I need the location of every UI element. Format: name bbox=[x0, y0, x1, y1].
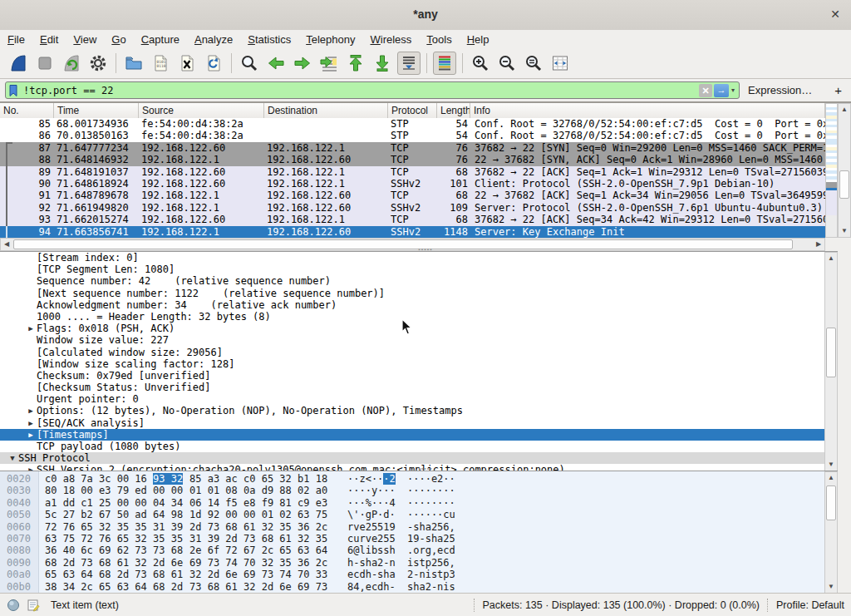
find-packet-button[interactable] bbox=[238, 52, 261, 75]
hex-bytes-group2[interactable]: 2d 73 68 61 32 35 36 2c bbox=[189, 521, 327, 533]
detail-row[interactable]: [Checksum Status: Unverified] bbox=[0, 382, 838, 393]
column-header-no[interactable]: No. bbox=[0, 103, 54, 118]
hex-row[interactable]: 00505c 27 b2 67 50 ad 64 981d 92 00 00 0… bbox=[0, 509, 838, 520]
hex-selected-bytes[interactable]: 93 32 bbox=[153, 473, 183, 485]
menu-wireless[interactable]: Wireless bbox=[363, 32, 420, 47]
packet-list-header[interactable]: No.TimeSourceDestinationProtocolLengthIn… bbox=[0, 103, 825, 119]
packet-row[interactable]: 8971.648191037192.168.122.60192.168.122.… bbox=[0, 166, 825, 178]
detail-row[interactable]: [TCP Segment Len: 1080] bbox=[0, 264, 838, 275]
detail-row[interactable]: ▶[Timestamps] bbox=[0, 429, 838, 441]
colorize-button[interactable] bbox=[433, 52, 456, 75]
zoom-original-button[interactable] bbox=[522, 52, 545, 75]
hex-bytes-group2[interactable]: 06 14 f5 e8 f9 81 c9 e3 bbox=[189, 497, 327, 509]
hex-ascii-group1[interactable]: ····y··· bbox=[347, 485, 396, 496]
status-profile[interactable]: Profile: Default bbox=[776, 599, 844, 611]
detail-row[interactable]: Checksum: 0x79ed [unverified] bbox=[0, 370, 838, 382]
menu-tools[interactable]: Tools bbox=[419, 32, 459, 47]
detail-row[interactable]: 1000 .... = Header Length: 32 bytes (8) bbox=[0, 311, 838, 323]
hex-ascii-group2[interactable]: ····e2·· bbox=[407, 473, 455, 485]
detail-row[interactable]: ▶[SEQ/ACK analysis] bbox=[0, 417, 838, 429]
display-filter-input[interactable]: !tcp.port == 22 ✕ → ▾ bbox=[5, 81, 740, 99]
hex-row[interactable]: 006072 76 65 32 35 35 31 392d 73 68 61 3… bbox=[0, 521, 838, 533]
packet-row[interactable]: 9471.663856741192.168.122.1192.168.122.6… bbox=[0, 226, 825, 238]
detail-row[interactable]: ▶Options: (12 bytes), No-Operation (NOP)… bbox=[0, 405, 838, 416]
column-header-destination[interactable]: Destination bbox=[264, 103, 388, 118]
hex-ascii-group1[interactable]: h-sha2-n bbox=[347, 557, 396, 569]
go-back-button[interactable] bbox=[264, 52, 288, 75]
hex-ascii-group1[interactable]: 84,ecdh- bbox=[347, 581, 396, 593]
hex-selected-ascii[interactable]: ·2 bbox=[383, 473, 395, 485]
menu-telephony[interactable]: Telephony bbox=[298, 32, 362, 47]
go-forward-button[interactable] bbox=[291, 52, 314, 75]
hex-dump[interactable]: 0020c0 a8 7a 3c 00 16 93 3285 a3 ac c0 6… bbox=[0, 473, 838, 593]
go-first-button[interactable] bbox=[344, 52, 367, 75]
hex-bytes-group1[interactable]: 72 76 65 32 35 35 31 39 bbox=[45, 521, 183, 533]
go-to-packet-button[interactable] bbox=[317, 52, 341, 75]
detail-row[interactable]: [Calculated window size: 29056] bbox=[0, 347, 838, 358]
details-vscrollbar[interactable]: ▲ ▼ bbox=[824, 252, 838, 471]
hex-ascii-group1[interactable]: ecdh-sha bbox=[347, 569, 396, 580]
detail-row[interactable]: ▶Flags: 0x018 (PSH, ACK) bbox=[0, 323, 838, 334]
close-file-button[interactable] bbox=[175, 52, 199, 75]
hex-vscroll-thumb[interactable] bbox=[826, 485, 836, 520]
hex-ascii-group2[interactable]: ········ bbox=[407, 485, 455, 496]
title-bar[interactable]: *any ✕ bbox=[0, 0, 851, 31]
detail-row[interactable]: [Next sequence number: 1122 (relative se… bbox=[0, 288, 838, 299]
restart-capture-button[interactable] bbox=[60, 52, 83, 75]
packet-list-minimap[interactable] bbox=[825, 103, 838, 238]
hex-ascii-group1[interactable]: curve255 bbox=[347, 533, 396, 545]
scroll-up-arrow-icon[interactable]: ▲ bbox=[825, 253, 837, 264]
expander-closed-icon[interactable]: ▶ bbox=[25, 429, 37, 441]
expression-button[interactable]: Expression… bbox=[748, 84, 812, 96]
hex-bytes-group2[interactable]: 85 a3 ac c0 65 32 b1 18 bbox=[189, 473, 327, 485]
menu-file[interactable]: File bbox=[0, 32, 32, 47]
menu-statistics[interactable]: Statistics bbox=[240, 32, 298, 47]
detail-row[interactable]: Window size value: 227 bbox=[0, 334, 838, 346]
packet-row[interactable]: 9171.648789678192.168.122.1192.168.122.6… bbox=[0, 190, 825, 201]
filter-bookmark-icon[interactable] bbox=[7, 84, 20, 97]
hex-ascii-group1[interactable]: ··z<···2 bbox=[347, 473, 396, 485]
scroll-down-arrow-icon[interactable]: ▼ bbox=[825, 581, 837, 593]
hex-vscrollbar[interactable]: ▲ ▼ bbox=[824, 471, 838, 594]
detail-row[interactable]: ▼SSH Protocol bbox=[0, 452, 838, 464]
packet-row[interactable]: 8871.648146932192.168.122.1192.168.122.6… bbox=[0, 154, 825, 165]
packet-row[interactable]: 9371.662015274192.168.122.60192.168.122.… bbox=[0, 214, 825, 225]
hex-bytes-group2[interactable]: 31 39 2d 73 68 61 32 35 bbox=[189, 533, 327, 545]
hex-bytes-group1[interactable]: a1 dd c1 25 00 00 04 34 bbox=[45, 497, 183, 509]
hex-ascii-group2[interactable]: 19-sha25 bbox=[407, 533, 455, 545]
hex-bytes-group1[interactable]: 63 75 72 76 65 32 35 35 bbox=[45, 533, 183, 545]
detail-row[interactable]: Sequence number: 42 (relative sequence n… bbox=[0, 275, 838, 287]
expander-closed-icon[interactable]: ▶ bbox=[25, 405, 37, 416]
go-last-button[interactable] bbox=[371, 52, 394, 75]
hex-row[interactable]: 007063 75 72 76 65 32 35 3531 39 2d 73 6… bbox=[0, 533, 838, 545]
expander-open-icon[interactable]: ▼ bbox=[7, 452, 18, 464]
reload-file-button[interactable] bbox=[202, 52, 225, 75]
hex-row[interactable]: 0040a1 dd c1 25 00 00 04 3406 14 f5 e8 f… bbox=[0, 497, 838, 509]
column-header-source[interactable]: Source bbox=[139, 103, 264, 118]
column-header-time[interactable]: Time bbox=[54, 103, 139, 118]
hex-bytes-group1[interactable]: 65 63 64 68 2d 73 68 61 bbox=[45, 569, 183, 580]
packet-row[interactable]: 9271.661949820192.168.122.1192.168.122.6… bbox=[0, 202, 825, 214]
menu-view[interactable]: View bbox=[66, 32, 104, 47]
menu-help[interactable]: Help bbox=[460, 32, 497, 47]
menu-go[interactable]: Go bbox=[104, 32, 133, 47]
hex-ascii-group2[interactable]: istp256, bbox=[407, 557, 455, 569]
hex-bytes-group2[interactable]: 32 2d 6e 69 73 74 70 33 bbox=[189, 569, 327, 580]
hex-ascii-group2[interactable]: 2-nistp3 bbox=[407, 569, 455, 580]
detail-row[interactable]: Urgent pointer: 0 bbox=[0, 393, 838, 405]
menu-capture[interactable]: Capture bbox=[134, 32, 187, 47]
hex-row[interactable]: 0020c0 a8 7a 3c 00 16 93 3285 a3 ac c0 6… bbox=[0, 473, 838, 485]
hex-row[interactable]: 009068 2d 73 68 61 32 2d 6e69 73 74 70 3… bbox=[0, 557, 838, 569]
scroll-up-arrow-icon[interactable]: ▲ bbox=[825, 472, 837, 484]
scroll-down-arrow-icon[interactable]: ▼ bbox=[839, 225, 850, 237]
packet-list-vscrollbar[interactable]: ▲ ▼ bbox=[838, 103, 851, 238]
packet-row[interactable]: 8771.647777234192.168.122.60192.168.122.… bbox=[0, 142, 825, 154]
capture-options-button[interactable] bbox=[86, 52, 110, 75]
hex-row[interactable]: 00a065 63 64 68 2d 73 68 6132 2d 6e 69 7… bbox=[0, 569, 838, 580]
hex-ascii-group1[interactable]: 6@libssh bbox=[347, 545, 396, 556]
auto-scroll-button[interactable] bbox=[397, 52, 421, 75]
hex-bytes-group2[interactable]: 73 68 61 32 2d 6e 69 73 bbox=[189, 581, 327, 593]
hex-bytes-group1[interactable]: 36 40 6c 69 62 73 73 68 bbox=[45, 545, 183, 556]
hex-bytes-group1[interactable]: 5c 27 b2 67 50 ad 64 98 bbox=[45, 509, 183, 520]
stop-capture-button[interactable] bbox=[33, 52, 57, 75]
